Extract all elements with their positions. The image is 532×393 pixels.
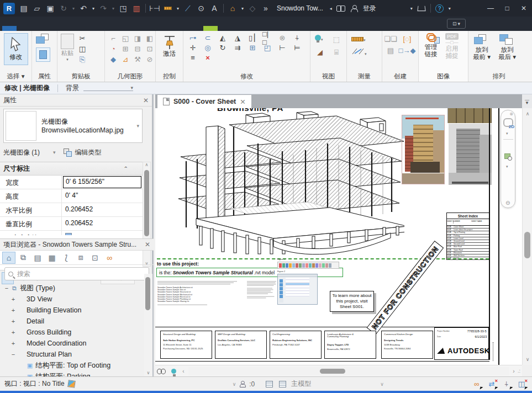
canvas-hscrollbar[interactable]	[188, 367, 509, 375]
convert-icon[interactable]: □→◆	[402, 46, 412, 55]
zoom-dropdown-icon[interactable]: ▾	[506, 164, 508, 169]
scale-icon[interactable]: ◰	[262, 43, 272, 52]
properties-scroll-thumb[interactable]	[144, 170, 149, 236]
property-value[interactable]: 0.206452	[62, 217, 143, 230]
enable-snaps-button[interactable]: PDF —□— 启用捕捉	[445, 33, 459, 60]
ribbon-state-toggle[interactable]: ⊡▾	[447, 19, 466, 29]
tree-item[interactable]: + Detail	[0, 316, 154, 327]
profile-edit-icon[interactable]: ⊿	[120, 55, 130, 64]
unpin-icon[interactable]: ⊗	[277, 33, 287, 43]
manage-links-button[interactable]: 管理链接	[422, 33, 440, 60]
tree-item[interactable]: + Building Elevation	[0, 305, 154, 316]
browser-scroll-thumb[interactable]	[145, 277, 150, 310]
tree-expander[interactable]: +	[10, 318, 17, 325]
edit-type-icon[interactable]	[64, 148, 72, 156]
visual-style-glasses-icon[interactable]	[155, 366, 167, 376]
spot-slope-icon[interactable]: ⟋	[182, 2, 194, 14]
scroll-up-icon[interactable]: ∧	[523, 109, 532, 118]
ribbon-tab[interactable]	[131, 26, 146, 31]
ribbon-tab[interactable]	[17, 26, 31, 31]
hscroll-left-icon[interactable]: ‹	[180, 368, 187, 374]
background-dropdown[interactable]: ▾	[83, 85, 133, 91]
close-button[interactable]: ✕	[515, 0, 532, 17]
join-icon[interactable]: ◨	[133, 34, 143, 43]
ribbon-tab[interactable]	[175, 26, 189, 31]
hscroll-right-icon[interactable]: ›	[510, 368, 518, 374]
copy-icon[interactable]: ◫	[77, 44, 87, 54]
home-dropdown-icon[interactable]: ▾	[240, 2, 245, 14]
tree-expander[interactable]: +	[10, 307, 17, 314]
select-pinned-icon[interactable]: ⍭	[502, 380, 512, 389]
workset-dropdown-icon[interactable]: ∨	[233, 381, 236, 387]
offset-icon[interactable]: ⊂	[203, 33, 213, 43]
tag-icon[interactable]: ⊙	[195, 2, 207, 14]
select-by-face-icon[interactable]: ◫×	[517, 380, 526, 389]
properties-toggle-icon[interactable]	[36, 47, 50, 62]
align-icon[interactable]: ⌐▪	[188, 33, 198, 43]
login-dropdown-icon[interactable]: ▾	[409, 2, 414, 14]
revit-app-icon[interactable]: R	[3, 3, 15, 14]
tree-item[interactable]: + Gross Building	[0, 327, 154, 338]
save-icon[interactable]: ▣	[44, 2, 56, 14]
property-value[interactable]: 0' 6 155/256"	[63, 176, 141, 188]
links-icon[interactable]: ∞	[103, 252, 116, 264]
hammer-icon[interactable]: ⚒	[133, 55, 143, 64]
ribbon-tab[interactable]	[203, 26, 218, 31]
sync-dropdown-icon[interactable]: ▾	[71, 2, 76, 14]
navbar-close-icon[interactable]: ⊗	[509, 111, 513, 116]
properties-window-icon[interactable]: ▤	[18, 2, 30, 14]
help-icon[interactable]: ?	[434, 2, 446, 14]
tree-expander[interactable]: +	[10, 296, 17, 302]
wheel-dropdown-icon[interactable]: ▾	[506, 131, 508, 136]
redo-dropdown-icon[interactable]: ▾	[110, 2, 116, 14]
views-icon[interactable]: ⧉	[17, 252, 30, 264]
sheet-index-schedule[interactable]: Sheet Index SHEET NUMBERSHEET NAME S000C…	[446, 213, 489, 260]
ribbon-tab[interactable]	[31, 26, 45, 31]
steering-wheel-2d-icon[interactable]	[503, 118, 513, 127]
tree-expander[interactable]: −	[10, 351, 17, 358]
array-icon[interactable]: ⊞	[247, 43, 257, 52]
ribbon-tab[interactable]	[45, 26, 60, 31]
measure-dropdown-icon[interactable]: ▾	[175, 2, 181, 14]
historic-photo-color[interactable]	[402, 115, 445, 184]
ribbon-tab[interactable]	[2, 26, 17, 31]
trim-multiple-icon[interactable]: ⊨	[292, 43, 302, 52]
paint-icon[interactable]: ◧	[145, 34, 155, 43]
store-icon[interactable]	[415, 2, 428, 14]
3d-structural-viewport[interactable]	[164, 110, 404, 255]
trim-corner-icon[interactable]: ≡	[188, 53, 198, 62]
split-face-icon[interactable]: ◔	[108, 44, 118, 54]
project-browser-close-icon[interactable]: ✕	[145, 241, 150, 248]
split-element-icon[interactable]: ▯⎮	[247, 33, 257, 43]
sync-icon[interactable]: ↻	[57, 2, 70, 14]
historic-photo-strip[interactable]	[447, 108, 492, 123]
mirror-pick-icon[interactable]: ◭	[218, 33, 228, 43]
trim-extend-icon[interactable]: ⊢	[277, 43, 287, 52]
navigation-bar[interactable]: ⊗ ▾ ▾ ⊖	[501, 110, 515, 208]
ribbon-tab[interactable]	[88, 26, 103, 31]
mirror-draw-icon[interactable]: ◮	[233, 33, 243, 43]
dimensions-section-header[interactable]: 尺寸标注⌃	[0, 162, 143, 176]
select-link-icon[interactable]: ∞	[472, 380, 482, 389]
ribbon-tab[interactable]	[74, 26, 88, 31]
ribbon-tab[interactable]	[103, 26, 117, 31]
login-label[interactable]: 登录	[363, 4, 376, 13]
tree-item[interactable]: + 3D View	[0, 294, 154, 305]
delete-icon[interactable]: ×	[203, 53, 213, 62]
help-dropdown-icon[interactable]: ▾	[447, 2, 452, 14]
tree-expander[interactable]: −	[3, 285, 10, 291]
isolate-box-icon[interactable]: ⬚	[331, 35, 341, 44]
undo-icon[interactable]: ↶	[77, 2, 89, 14]
edit-type-button[interactable]: 编辑类型	[75, 148, 102, 157]
browser-scroll-down-icon[interactable]: ∨	[144, 370, 152, 375]
activate-label[interactable]: 激活	[163, 50, 176, 58]
panel-label-select[interactable]: 选择 ▾	[0, 72, 31, 81]
ribbon-tab[interactable]	[117, 26, 131, 31]
minimize-button[interactable]: —	[482, 0, 499, 17]
collaborate-icon[interactable]: ⊡	[88, 252, 102, 264]
maximize-button[interactable]: □	[499, 0, 515, 17]
view-tab-list-button[interactable]: —▼	[522, 94, 532, 108]
workset-icon[interactable]	[238, 380, 247, 388]
groups-icon[interactable]: ⧈	[74, 252, 87, 264]
create-assembly-icon[interactable]: ▤	[386, 46, 396, 55]
